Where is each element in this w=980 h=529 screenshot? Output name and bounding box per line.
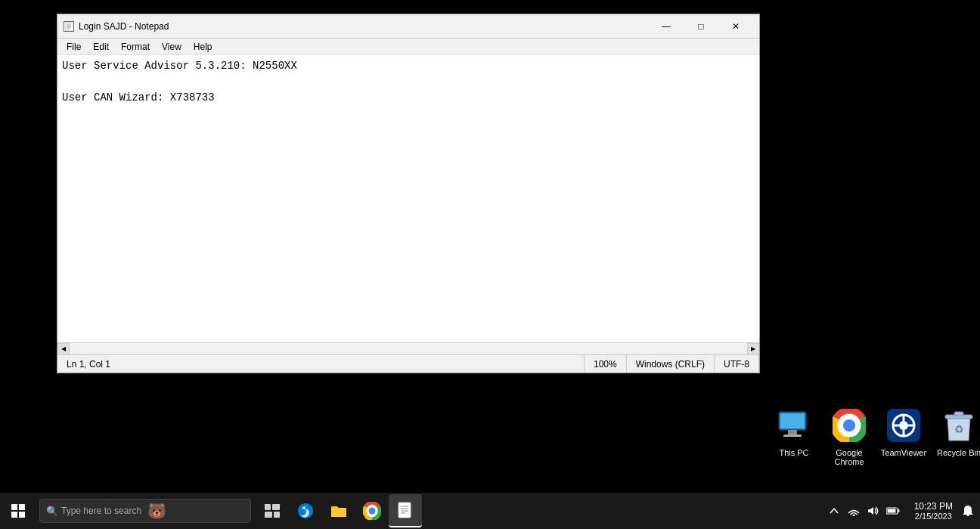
scroll-left-arrow[interactable]: ◀	[57, 343, 70, 355]
svg-rect-23	[272, 504, 280, 510]
menu-bar: File Edit Format View Help	[57, 39, 759, 55]
battery-icon	[886, 506, 900, 515]
notepad-window-icon	[64, 21, 74, 32]
network-tray-icon[interactable]	[845, 502, 863, 520]
chrome-taskbar-button[interactable]	[355, 494, 389, 527]
battery-tray-icon[interactable]	[884, 502, 902, 520]
minimize-button[interactable]: —	[649, 14, 684, 39]
svg-rect-36	[898, 509, 899, 512]
svg-rect-25	[274, 512, 280, 518]
close-button[interactable]: ✕	[718, 14, 753, 39]
cursor-position: Ln 1, Col 1	[57, 355, 585, 373]
text-editor[interactable]: User Service Advisor 5.3.210: N2550XX Us…	[57, 55, 759, 342]
menu-edit[interactable]: Edit	[87, 40, 115, 54]
menu-file[interactable]: File	[60, 40, 87, 54]
teamviewer-icon	[885, 407, 922, 444]
taskbar: 🔍 Type here to search 🐻	[0, 493, 980, 529]
recycle-bin-icon: ♻	[941, 407, 977, 444]
line-ending: Windows (CRLF)	[627, 355, 715, 373]
horizontal-scrollbar[interactable]: ◀ ▶	[57, 342, 759, 354]
bing-bear-logo: 🐻	[147, 502, 166, 520]
taskbar-search-box[interactable]: 🔍 Type here to search 🐻	[39, 499, 251, 523]
this-pc-icon	[776, 407, 812, 444]
search-icon: 🔍	[46, 506, 57, 516]
scroll-track[interactable]	[70, 343, 747, 354]
recycle-bin-label: Recycle Bin	[935, 447, 980, 459]
chrome-taskbar-icon	[363, 502, 381, 520]
notifications-icon	[961, 504, 975, 518]
svg-rect-6	[780, 413, 805, 428]
file-explorer-icon	[330, 502, 348, 520]
zoom-level: 100%	[585, 355, 627, 373]
notifications-button[interactable]	[959, 502, 977, 520]
svg-point-34	[852, 515, 854, 517]
menu-view[interactable]: View	[156, 40, 188, 54]
notepad-taskbar-button[interactable]	[389, 494, 422, 527]
desktop-icon-teamviewer[interactable]: TeamViewer	[873, 404, 934, 462]
svg-point-11	[843, 419, 855, 432]
task-view-button[interactable]	[256, 494, 289, 527]
chevron-up-icon	[830, 508, 839, 514]
svg-rect-22	[265, 504, 271, 510]
menu-format[interactable]: Format	[115, 40, 156, 54]
network-icon	[848, 506, 860, 516]
svg-rect-24	[265, 512, 272, 518]
svg-rect-37	[887, 509, 895, 513]
volume-icon	[867, 506, 879, 516]
svg-rect-0	[65, 22, 73, 31]
start-button[interactable]	[0, 493, 36, 529]
notepad-window: Login SAJD - Notepad — □ ✕ File Edit For…	[57, 14, 760, 373]
window-controls: — □ ✕	[649, 14, 753, 39]
svg-point-28	[369, 508, 376, 515]
desktop: Login SAJD - Notepad — □ ✕ File Edit For…	[0, 0, 980, 529]
teamviewer-label: TeamViewer	[879, 447, 929, 459]
svg-rect-7	[788, 430, 797, 435]
notepad-taskbar-icon	[397, 502, 414, 518]
search-placeholder: Type here to search	[61, 506, 141, 516]
notepad-content[interactable]: User Service Advisor 5.3.210: N2550XX Us…	[57, 55, 759, 342]
google-chrome-label: Google Chrome	[822, 447, 876, 468]
windows-logo-icon	[11, 504, 25, 518]
this-pc-label: This PC	[777, 447, 811, 459]
svg-rect-8	[783, 435, 802, 437]
maximize-button[interactable]: □	[684, 14, 718, 39]
svg-rect-20	[954, 412, 963, 416]
system-tray	[819, 502, 908, 520]
menu-help[interactable]: Help	[188, 40, 219, 54]
scroll-right-arrow[interactable]: ▶	[747, 343, 759, 355]
edge-taskbar-button[interactable]	[289, 494, 322, 527]
encoding: UTF-8	[715, 355, 759, 373]
clock-time: 10:23 PM	[914, 501, 953, 512]
task-view-icon	[265, 504, 280, 518]
tray-overflow-button[interactable]	[825, 502, 843, 520]
volume-tray-icon[interactable]	[864, 502, 882, 520]
desktop-icon-this-pc[interactable]: This PC	[764, 404, 824, 462]
svg-point-14	[899, 421, 908, 430]
svg-text:♻: ♻	[954, 423, 964, 435]
window-title: Login SAJD - Notepad	[79, 21, 649, 32]
title-bar: Login SAJD - Notepad — □ ✕	[57, 14, 759, 39]
edge-icon	[296, 502, 315, 520]
status-bar: Ln 1, Col 1 100% Windows (CRLF) UTF-8	[57, 354, 759, 373]
taskbar-clock[interactable]: 10:23 PM 2/15/2023	[908, 501, 959, 521]
svg-rect-29	[399, 503, 411, 518]
desktop-icon-google-chrome[interactable]: Google Chrome	[819, 404, 879, 471]
google-chrome-icon	[831, 407, 867, 444]
desktop-icon-recycle-bin[interactable]: ♻ Recycle Bin	[929, 404, 980, 462]
clock-date: 2/15/2023	[915, 512, 952, 521]
file-explorer-taskbar-button[interactable]	[322, 494, 355, 527]
